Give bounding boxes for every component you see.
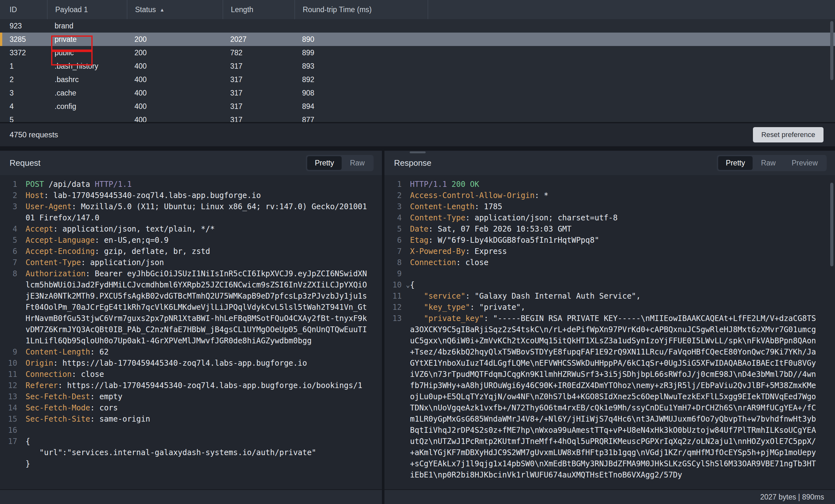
line-number: 2 — [0, 190, 17, 201]
cell-rtt: 899 — [294, 48, 428, 57]
code-line: 1POST /api/data HTTP/1.1 — [0, 179, 382, 190]
cell-status: 400 — [127, 89, 223, 97]
fold-caret-icon[interactable]: ⌄ — [406, 280, 410, 291]
code-line-content: Connection: close — [17, 369, 382, 380]
tab-preview[interactable]: Preview — [784, 156, 826, 170]
table-row[interactable]: 5400317877 — [0, 113, 835, 122]
table-row[interactable]: 3372public200782899 — [0, 46, 835, 59]
table-row[interactable]: 4.config400317894 — [0, 100, 835, 113]
code-line-content — [17, 425, 382, 436]
cell-length: 317 — [223, 62, 294, 70]
tab-pretty[interactable]: Pretty — [307, 156, 342, 170]
code-line: 5Date: Sat, 07 Feb 2026 10:53:03 GMT — [384, 224, 835, 235]
line-number: 1 — [384, 179, 402, 190]
line-number: 11 — [384, 291, 402, 302]
code-line: 6Etag: W/"6f9-Lby4kDGGB8foa5fIn1rHqtWPpq… — [384, 235, 835, 246]
cell-length: 317 — [223, 75, 294, 84]
code-line-content: { — [402, 280, 835, 291]
code-line: 6Accept-Encoding: gzip, deflate, br, zst… — [0, 246, 382, 257]
code-line-content: "service": "Galaxy Dash Internal Auth Se… — [402, 291, 835, 302]
line-number: 9 — [384, 268, 402, 280]
panel-resize-handle[interactable] — [410, 152, 426, 153]
code-line: 2Host: lab-1770459445340-zoq7l4.labs-app… — [0, 190, 382, 201]
cell-id: 3 — [0, 89, 47, 97]
cell-payload: public — [47, 48, 127, 57]
cell-payload: .bashrc — [47, 75, 127, 84]
code-line-content: Host: lab-1770459445340-zoq7l4.labs-app.… — [17, 190, 382, 201]
results-table: IDPayload 1Status▲LengthRound-trip Time … — [0, 0, 835, 122]
code-line-content: Content-Type: application/json — [17, 257, 382, 268]
cell-length: 2027 — [223, 35, 294, 44]
code-line-content: Etag: W/"6f9-Lby4kDGGB8foa5fIn1rHqtWPpq8… — [402, 235, 835, 246]
code-line-content — [402, 268, 835, 280]
cell-rtt: 893 — [294, 62, 428, 70]
table-row[interactable]: 3285private2002027890 — [0, 33, 835, 46]
cell-rtt: 894 — [294, 102, 428, 111]
table-row[interactable]: 1.bash_history400317893 — [0, 59, 835, 73]
request-editor[interactable]: 1POST /api/data HTTP/1.12Host: lab-17704… — [0, 175, 382, 489]
line-number: 11 — [0, 369, 17, 380]
code-line-content: Connection: close — [402, 257, 835, 268]
line-number: 6 — [384, 235, 402, 246]
code-line: 10⌄{ — [384, 280, 835, 291]
request-panel: Request PrettyRaw 1POST /api/data HTTP/1… — [0, 151, 382, 504]
code-line: 8Connection: close — [384, 257, 835, 268]
line-number: 4 — [384, 213, 402, 224]
code-line: 1HTTP/1.1 200 OK — [384, 179, 835, 190]
code-line: 8Authorization: Bearer eyJhbGciOiJSUzI1N… — [0, 268, 382, 346]
table-row[interactable]: 2.bashrc400317892 — [0, 73, 835, 86]
column-header-status[interactable]: Status▲ — [127, 0, 223, 19]
line-number: 4 — [0, 224, 17, 235]
line-number: 5 — [384, 224, 402, 235]
code-line-content: { "url":"services.internal-galaxydash-sy… — [17, 436, 382, 469]
column-header-length[interactable]: Length — [223, 0, 294, 19]
line-number: 7 — [0, 257, 17, 268]
panel-divider[interactable] — [382, 151, 384, 504]
cell-rtt: 892 — [294, 75, 428, 84]
cell-status: 400 — [127, 75, 223, 84]
line-number: 1 — [0, 179, 17, 190]
code-line-content: "key_type": "private", — [402, 302, 835, 313]
line-number: 14 — [0, 402, 17, 414]
line-number: 8 — [384, 257, 402, 268]
column-header-id[interactable]: ID — [0, 0, 47, 19]
table-scrollbar-thumb[interactable] — [830, 21, 833, 80]
code-line: 16 — [0, 425, 382, 436]
tab-pretty[interactable]: Pretty — [718, 156, 753, 170]
table-row[interactable]: 923brand — [0, 19, 835, 33]
code-line: 11Connection: close — [0, 369, 382, 380]
response-editor[interactable]: 1HTTP/1.1 200 OK2Access-Control-Allow-Or… — [384, 175, 835, 489]
response-panel-footer: 2027 bytes | 890ms — [384, 489, 835, 504]
line-number: 15 — [0, 414, 17, 425]
reset-preference-button[interactable]: Reset preference — [753, 127, 823, 142]
cell-status: 400 — [127, 102, 223, 111]
code-line: 10Origin: https://lab-1770459445340-zoq7… — [0, 358, 382, 369]
cell-id: 2 — [0, 75, 47, 84]
tab-raw[interactable]: Raw — [342, 156, 372, 170]
cell-length: 317 — [223, 102, 294, 111]
code-line-content: Sec-Fetch-Site: same-origin — [17, 414, 382, 425]
response-panel: Response PrettyRawPreview 1HTTP/1.1 200 … — [384, 151, 835, 504]
response-view-tabs: PrettyRawPreview — [717, 155, 827, 171]
response-panel-title: Response — [384, 158, 431, 168]
code-line: 17{ "url":"services.internal-galaxydash-… — [0, 436, 382, 469]
code-line: 9Content-Length: 62 — [0, 346, 382, 358]
cell-id: 3285 — [0, 35, 47, 44]
code-line-content: User-Agent: Mozilla/5.0 (X11; Ubuntu; Li… — [17, 201, 382, 224]
line-number: 3 — [384, 201, 402, 213]
cell-id: 4 — [0, 102, 47, 111]
code-line: 5Accept-Language: en-US,en;q=0.9 — [0, 235, 382, 246]
table-row[interactable]: 3.cache400317908 — [0, 86, 835, 100]
code-line: 9 — [384, 268, 835, 280]
column-header-round-trip-time-ms-[interactable]: Round-trip Time (ms) — [294, 0, 428, 19]
cell-id: 3372 — [0, 48, 47, 57]
column-header-payload-1[interactable]: Payload 1 — [47, 0, 127, 19]
tab-raw[interactable]: Raw — [753, 156, 783, 170]
cell-payload: brand — [47, 22, 127, 31]
code-line-content: Accept-Encoding: gzip, deflate, br, zstd — [17, 246, 382, 257]
cell-rtt: 908 — [294, 89, 428, 97]
response-scrollbar-thumb[interactable] — [830, 183, 833, 266]
code-line-content: Content-Length: 62 — [17, 346, 382, 358]
cell-status: 400 — [127, 116, 223, 122]
cell-status: 200 — [127, 48, 223, 57]
